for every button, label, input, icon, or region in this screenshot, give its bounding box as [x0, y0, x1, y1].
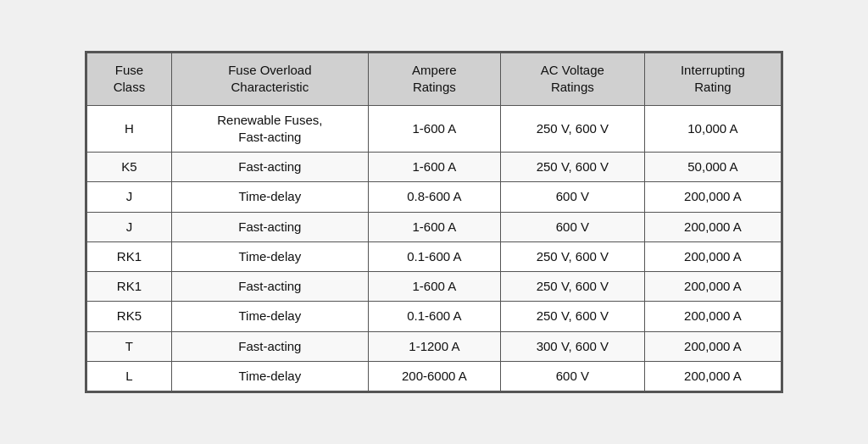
- table-row: JFast-acting1-600 A600 V200,000 A: [87, 212, 782, 241]
- fuse-table-container: FuseClass Fuse OverloadCharacteristic Am…: [85, 51, 783, 393]
- cell-ac-voltage-ratings: 300 V, 600 V: [500, 331, 644, 361]
- cell-fuse-class: L: [87, 361, 172, 391]
- cell-fuse-class: J: [87, 212, 172, 241]
- cell-interrupting-rating: 200,000 A: [644, 241, 781, 271]
- cell-fuse-class: K5: [87, 153, 172, 182]
- cell-interrupting-rating: 200,000 A: [644, 212, 781, 241]
- cell-overload-characteristic: Fast-acting: [171, 331, 368, 361]
- cell-ampere-ratings: 0.1-600 A: [368, 241, 500, 271]
- cell-interrupting-rating: 200,000 A: [644, 302, 781, 331]
- cell-overload-characteristic: Time-delay: [171, 302, 368, 331]
- table-row: TFast-acting1-1200 A300 V, 600 V200,000 …: [87, 331, 782, 361]
- cell-ampere-ratings: 0.8-600 A: [368, 182, 500, 212]
- cell-interrupting-rating: 200,000 A: [644, 272, 781, 302]
- cell-interrupting-rating: 200,000 A: [644, 361, 781, 391]
- cell-ac-voltage-ratings: 600 V: [500, 212, 644, 241]
- cell-ampere-ratings: 1-600 A: [368, 105, 500, 153]
- col-header-fuse-class: FuseClass: [87, 53, 172, 106]
- cell-ac-voltage-ratings: 250 V, 600 V: [500, 272, 644, 302]
- cell-ampere-ratings: 1-1200 A: [368, 331, 500, 361]
- table-row: K5Fast-acting1-600 A250 V, 600 V50,000 A: [87, 153, 782, 182]
- cell-ac-voltage-ratings: 600 V: [500, 182, 644, 212]
- cell-ampere-ratings: 1-600 A: [368, 153, 500, 182]
- cell-ampere-ratings: 0.1-600 A: [368, 302, 500, 331]
- table-row: RK1Time-delay0.1-600 A250 V, 600 V200,00…: [87, 241, 782, 271]
- cell-ampere-ratings: 1-600 A: [368, 272, 500, 302]
- col-header-ampere: AmpereRatings: [368, 53, 500, 106]
- table-row: HRenewable Fuses,Fast-acting1-600 A250 V…: [87, 105, 782, 153]
- table-row: RK5Time-delay0.1-600 A250 V, 600 V200,00…: [87, 302, 782, 331]
- col-header-voltage: AC VoltageRatings: [500, 53, 644, 106]
- cell-fuse-class: RK1: [87, 272, 172, 302]
- cell-overload-characteristic: Time-delay: [171, 361, 368, 391]
- cell-ac-voltage-ratings: 250 V, 600 V: [500, 153, 644, 182]
- col-header-interrupting: InterruptingRating: [644, 53, 781, 106]
- cell-overload-characteristic: Fast-acting: [171, 153, 368, 182]
- cell-ac-voltage-ratings: 250 V, 600 V: [500, 302, 644, 331]
- cell-interrupting-rating: 50,000 A: [644, 153, 781, 182]
- cell-fuse-class: J: [87, 182, 172, 212]
- cell-interrupting-rating: 10,000 A: [644, 105, 781, 153]
- cell-overload-characteristic: Renewable Fuses,Fast-acting: [171, 105, 368, 153]
- cell-ampere-ratings: 200-6000 A: [368, 361, 500, 391]
- cell-overload-characteristic: Fast-acting: [171, 272, 368, 302]
- table-row: LTime-delay200-6000 A600 V200,000 A: [87, 361, 782, 391]
- cell-fuse-class: T: [87, 331, 172, 361]
- cell-overload-characteristic: Time-delay: [171, 241, 368, 271]
- cell-overload-characteristic: Time-delay: [171, 182, 368, 212]
- cell-ampere-ratings: 1-600 A: [368, 212, 500, 241]
- cell-ac-voltage-ratings: 250 V, 600 V: [500, 241, 644, 271]
- col-header-overload: Fuse OverloadCharacteristic: [171, 53, 368, 106]
- cell-interrupting-rating: 200,000 A: [644, 331, 781, 361]
- cell-interrupting-rating: 200,000 A: [644, 182, 781, 212]
- cell-overload-characteristic: Fast-acting: [171, 212, 368, 241]
- cell-fuse-class: RK1: [87, 241, 172, 271]
- table-row: JTime-delay0.8-600 A600 V200,000 A: [87, 182, 782, 212]
- cell-fuse-class: RK5: [87, 302, 172, 331]
- table-header-row: FuseClass Fuse OverloadCharacteristic Am…: [87, 53, 782, 106]
- cell-ac-voltage-ratings: 600 V: [500, 361, 644, 391]
- cell-fuse-class: H: [87, 105, 172, 153]
- fuse-table: FuseClass Fuse OverloadCharacteristic Am…: [86, 53, 782, 391]
- table-row: RK1Fast-acting1-600 A250 V, 600 V200,000…: [87, 272, 782, 302]
- cell-ac-voltage-ratings: 250 V, 600 V: [500, 105, 644, 153]
